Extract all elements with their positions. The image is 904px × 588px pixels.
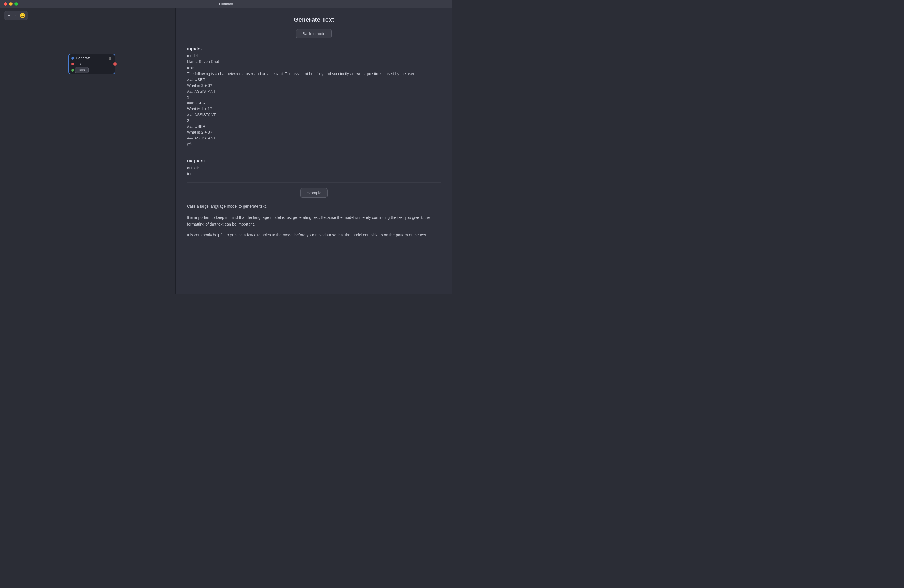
generate-text-node: Generate 🗑 Text Run	[68, 54, 115, 74]
node-title-row: Generate	[71, 56, 91, 60]
node-blue-dot	[71, 57, 74, 60]
close-button[interactable]	[4, 2, 7, 6]
node-title-line2: Text	[76, 62, 82, 66]
app-title: Floneum	[219, 2, 233, 6]
node-green-dot	[71, 69, 74, 71]
back-btn-container: Back to node	[187, 29, 441, 38]
text-label: text:	[187, 66, 441, 70]
section-divider-2	[187, 182, 441, 183]
node-text-row: Text	[69, 61, 115, 66]
outputs-section-label: outputs:	[187, 158, 441, 163]
node-run-row: Run	[69, 66, 115, 74]
inputs-section-label: inputs:	[187, 46, 441, 51]
node-right-connector[interactable]	[113, 62, 117, 66]
node-run-button[interactable]: Run	[75, 67, 89, 73]
text-value: The following is a chat between a user a…	[187, 71, 441, 147]
back-to-node-button[interactable]: Back to node	[296, 29, 332, 38]
panel-title: Generate Text	[187, 16, 441, 24]
description-1: Calls a large language model to generate…	[187, 203, 441, 210]
traffic-lights	[4, 2, 18, 6]
right-panel: Generate Text Back to node inputs: model…	[176, 8, 452, 294]
description-2: It is important to keep in mind that the…	[187, 214, 441, 228]
node-red-dot	[71, 63, 74, 65]
minimize-button[interactable]	[9, 2, 13, 6]
node-title-line1: Generate	[76, 56, 91, 60]
model-value: Llama Seven Chat	[187, 59, 441, 65]
canvas-area: + - 😊 Generate 🗑 Text Run	[0, 8, 175, 294]
example-btn-container: example	[187, 188, 441, 198]
maximize-button[interactable]	[14, 2, 18, 6]
titlebar: Floneum	[0, 0, 452, 8]
canvas-toolbar: + - 😊	[4, 11, 28, 20]
output-value: ten	[187, 171, 441, 177]
emoji-button[interactable]: 😊	[19, 13, 25, 19]
remove-node-button[interactable]: -	[13, 13, 17, 18]
node-delete-button[interactable]: 🗑	[108, 57, 112, 60]
node-header: Generate 🗑	[69, 54, 115, 61]
example-button[interactable]: example	[300, 188, 328, 198]
output-label: output:	[187, 166, 441, 170]
model-label: model:	[187, 54, 441, 58]
description-3: It is commonly helpful to provide a few …	[187, 232, 441, 239]
add-node-button[interactable]: +	[6, 13, 11, 18]
